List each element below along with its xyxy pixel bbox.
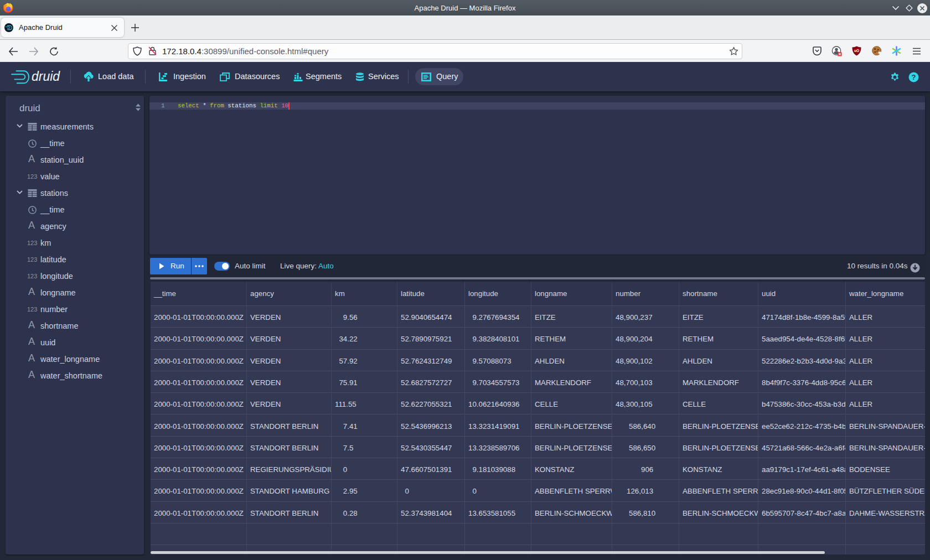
svg-text:?: ? [912,73,916,81]
svg-text:uO: uO [854,49,859,53]
